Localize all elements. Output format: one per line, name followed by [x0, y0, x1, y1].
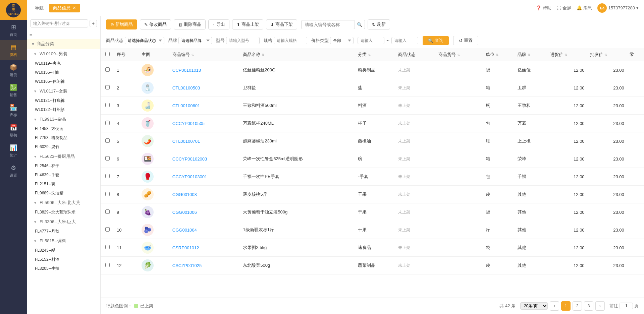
delete-product-button[interactable]: 🗑 删除商品	[174, 19, 206, 29]
product-code-link[interactable]: CGG001006	[172, 210, 197, 215]
category-FL8243[interactable]: FL8243--醋	[27, 246, 100, 255]
category-FL3829[interactable]: FL3829--北大荒珍珠米	[27, 208, 100, 217]
add-product-button[interactable]: ⊕ 新增商品	[106, 19, 137, 29]
product-search-button[interactable]: 🔍	[355, 20, 365, 29]
category-FL9689[interactable]: FL9689--洗洁精	[27, 189, 100, 198]
reset-button[interactable]: ↺ 重置	[453, 36, 478, 45]
sidebar-item-sales[interactable]: 💹 销售	[0, 80, 27, 101]
row-checkbox-9[interactable]	[105, 227, 110, 232]
page-2-button[interactable]: 2	[573, 301, 582, 311]
category-FL3205[interactable]: FL3205--生抽	[27, 264, 100, 273]
user-area[interactable]: Ea 15737977280 ▾	[597, 3, 639, 13]
row-checkbox-6[interactable]	[105, 174, 110, 178]
page-1-button[interactable]: 1	[561, 301, 571, 311]
row-checkbox-0[interactable]	[105, 67, 110, 72]
row-checkbox-4[interactable]	[105, 138, 110, 143]
category-FL4777[interactable]: FL4777--丹秋	[27, 227, 100, 236]
query-button[interactable]: 🔍 查询	[422, 36, 449, 45]
add-category-button[interactable]: +	[90, 20, 97, 27]
sidebar-item-data[interactable]: ▤ 资料	[0, 40, 27, 60]
row-checkbox-5[interactable]	[105, 156, 110, 161]
product-code-link[interactable]: CCCYP00102003	[172, 156, 207, 162]
row-checkbox-8[interactable]	[105, 209, 110, 214]
spec-filter-input[interactable]	[274, 37, 307, 44]
category-WL0109[interactable]: ▼ WL0109--男装	[27, 49, 100, 59]
category-FL2151[interactable]: FL2151--碗	[27, 180, 100, 189]
sort-wholesale-price[interactable]: 批发价 ⇅	[590, 52, 624, 58]
category-WL0165[interactable]: WL0165--休闲裤	[27, 77, 100, 86]
next-page-button[interactable]: ›	[595, 301, 605, 311]
product-code-link[interactable]: CTL00100601	[172, 103, 200, 108]
shelf-up-button[interactable]: ⬆ 商品上架	[232, 19, 263, 29]
category-WL0155[interactable]: WL0155--T恤	[27, 68, 100, 77]
price-to-input[interactable]	[391, 37, 418, 44]
category-FL7753[interactable]: FL7753--粉类制品	[27, 133, 100, 142]
category-FL1458[interactable]: FL1458--方便面	[27, 124, 100, 133]
notification-button[interactable]: 🔔 消息	[577, 5, 592, 11]
sort-purchase-price[interactable]: 进货价 ⇅	[550, 52, 584, 58]
category-WL0121[interactable]: WL0121--打底裤	[27, 96, 100, 105]
row-checkbox-10[interactable]	[105, 245, 110, 249]
sort-brand[interactable]: 品牌 ⇅	[518, 52, 545, 58]
row-checkbox-11[interactable]	[105, 263, 110, 267]
category-WL0122[interactable]: WL0122--针织衫	[27, 105, 100, 114]
select-all-checkbox[interactable]	[105, 52, 110, 56]
prev-page-button[interactable]: ‹	[550, 301, 559, 311]
product-code-link[interactable]: CCP00101013	[172, 68, 201, 73]
category-FL5623[interactable]: ▼ FL5623--餐厨用品	[27, 151, 100, 162]
product-code-link[interactable]: CSCZP001025	[172, 263, 202, 268]
sort-name[interactable]: 商品名称 ⇅	[243, 52, 353, 58]
product-info-tab[interactable]: 商品信息 ✕	[49, 4, 80, 12]
sidebar-item-period[interactable]: 📅 期初	[0, 121, 27, 141]
product-code-link[interactable]: CGG001004	[172, 228, 197, 233]
tree-toggle[interactable]: ≡	[27, 31, 100, 39]
goto-page-input[interactable]	[620, 303, 633, 309]
category-FL9913[interactable]: ▼ FL9913--杂品	[27, 114, 100, 124]
nav-button[interactable]: 导航	[32, 4, 46, 12]
price-from-input[interactable]	[358, 37, 384, 44]
category-WL0119[interactable]: WL0119--夹克	[27, 59, 100, 68]
row-checkbox-7[interactable]	[105, 192, 110, 196]
edit-product-button[interactable]: ✎ 修改商品	[140, 19, 171, 29]
category-search-input[interactable]	[30, 19, 88, 27]
page-3-button[interactable]: 3	[584, 301, 593, 311]
brand-filter-select[interactable]: 请选择品牌	[178, 37, 212, 44]
product-code-link[interactable]: CTL00100701	[172, 139, 200, 144]
product-search-input[interactable]	[301, 20, 355, 29]
category-FL6029[interactable]: FL6029--腐竹	[27, 142, 100, 151]
refresh-button[interactable]: ↻ 刷新	[368, 19, 390, 29]
product-code-link[interactable]: CGG001008	[172, 192, 197, 197]
category-FL5152[interactable]: FL5152--料酒	[27, 255, 100, 264]
row-checkbox-1[interactable]	[105, 85, 110, 89]
product-code-link[interactable]: CTL00100503	[172, 85, 200, 90]
category-WL0117[interactable]: ▼ WL0117--女装	[27, 86, 100, 96]
sidebar-item-inventory[interactable]: 🏪 库存	[0, 101, 27, 121]
sort-goods-no[interactable]: 商品货号 ⇅	[438, 52, 480, 58]
sidebar-item-stats[interactable]: 📊 统计	[0, 141, 27, 161]
category-FL3306[interactable]: ▼ FL3306--大米·巨大	[27, 217, 100, 227]
sidebar-item-purchase[interactable]: 📦 进货	[0, 60, 27, 80]
category-FL5906[interactable]: ▼ FL5906--大米·北大荒	[27, 198, 100, 208]
sidebar-item-settings[interactable]: ⚙ 设置	[0, 161, 27, 181]
shelf-down-button[interactable]: ⬇ 商品下架	[266, 19, 297, 29]
category-FL4639[interactable]: FL4639--手套	[27, 171, 100, 180]
export-button[interactable]: ↑ 导出	[208, 19, 229, 29]
help-button[interactable]: ❓ 帮助	[536, 5, 551, 11]
model-filter-input[interactable]	[226, 37, 260, 44]
category-FL5815[interactable]: ▼ FL5815--调料	[27, 236, 100, 246]
status-filter-select[interactable]: 请选择商品状态 未上架 已上架	[125, 37, 164, 44]
sidebar-item-home[interactable]: ⊞ 首页	[0, 20, 27, 40]
close-tab-icon[interactable]: ✕	[72, 5, 76, 10]
product-code-link[interactable]: CSRP001012	[172, 245, 199, 250]
row-checkbox-2[interactable]	[105, 103, 110, 107]
row-checkbox-3[interactable]	[105, 121, 110, 125]
sort-unit[interactable]: 单位 ⇅	[486, 52, 512, 58]
category-root[interactable]: ▼ 商品分类	[27, 39, 100, 49]
category-FL2546[interactable]: FL2546--杯子	[27, 162, 100, 171]
product-code-link[interactable]: CCCYP0010505	[172, 121, 205, 126]
sort-code[interactable]: 商品编号 ⇅	[172, 52, 238, 58]
product-code-link[interactable]: CCCYP00103001	[172, 174, 207, 179]
fullscreen-button[interactable]: ⛶ 全屏	[557, 5, 571, 11]
price-type-select[interactable]: 全部	[330, 37, 354, 44]
per-page-select[interactable]: 20条/页 50条/页 100条/页	[520, 302, 548, 310]
